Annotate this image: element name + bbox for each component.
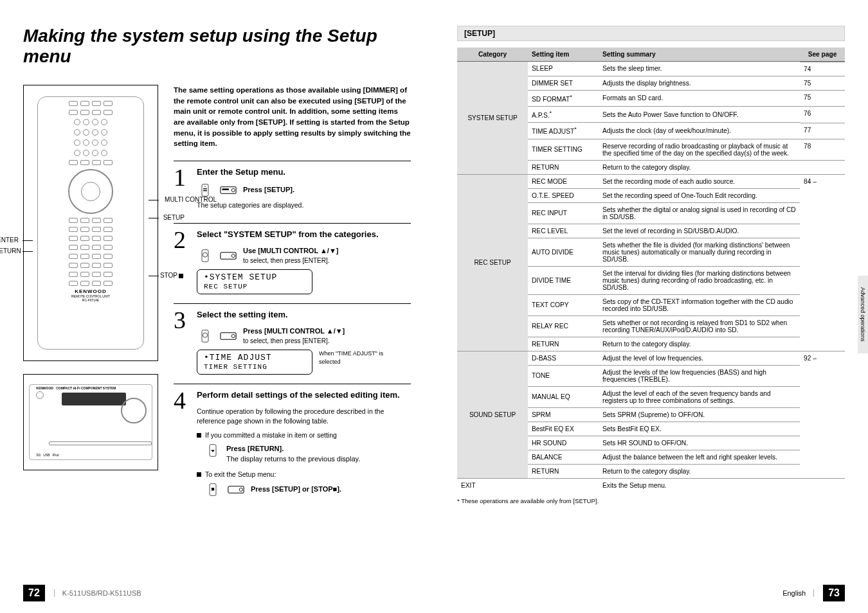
lcd-display: •SYSTEM SETUP REC SETUP [197, 269, 312, 294]
item-cell: A.P.S.* [528, 106, 599, 122]
asterisk-icon: * [550, 110, 552, 116]
summary-cell: Return to the category display. [599, 160, 800, 174]
step-title: Select the setting item. [197, 309, 411, 321]
step-3: 3 Select the setting item. Press [MULTI … [174, 303, 411, 375]
category-cell: REC SETUP [457, 174, 528, 351]
callout-multi-control: MULTI CONTROL [165, 196, 217, 203]
item-cell: MANUAL EQ [528, 386, 599, 407]
power-icon [36, 391, 44, 399]
svg-point-5 [231, 188, 235, 191]
press-setup-label: Press [SETUP]. [243, 185, 294, 195]
summary-cell: Sets SPRM (Supreme) to OFF/ON. [599, 407, 800, 422]
right-footer: English 73 [782, 585, 845, 601]
item-cell: RETURN [528, 337, 599, 351]
summary-cell: Set the recording speed of One-Touch Edi… [599, 188, 800, 202]
table-row: REC SETUPREC MODESet the recording mode … [457, 174, 845, 188]
svg-point-12 [203, 333, 207, 337]
asterisk-icon: * [574, 126, 577, 132]
callout-enter: ENTER [0, 236, 19, 244]
item-cell: AUTO DIVIDE [528, 238, 599, 266]
step-title: Select "SYSTEM SETUP" from the categorie… [197, 229, 411, 241]
summary-cell: Sets whether the file is divided (for ma… [599, 238, 800, 266]
item-cell: DIVIDE TIME [528, 266, 599, 294]
page-title: Making the system setup using the Setup … [23, 26, 411, 67]
page-cell: 84 – [800, 174, 845, 188]
item-cell: SPRM [528, 407, 599, 422]
summary-cell: Sets the sleep timer. [599, 62, 800, 76]
page-number: 73 [823, 585, 845, 601]
summary-cell: Adjusts the clock (day of week/hour/minu… [599, 123, 800, 139]
item-cell: BestFit EQ EX [528, 422, 599, 436]
th-page: See page [800, 48, 845, 62]
volume-knob-icon [121, 398, 147, 423]
item-cell: REC INPUT [528, 202, 599, 224]
item-cell: O.T.E. SPEED [528, 188, 599, 202]
summary-cell: Sets whether or not recording is relayed… [599, 315, 800, 337]
svg-rect-3 [203, 190, 207, 191]
table-row: SYSTEM SETUPSLEEPSets the sleep timer.74 [457, 62, 845, 76]
item-cell: BALANCE [528, 450, 599, 464]
asterisk-icon: * [570, 94, 572, 100]
page-cell: 78 [800, 139, 845, 153]
item-cell: REC LEVEL [528, 224, 599, 238]
summary-cell: Exits the Setup menu. [599, 478, 800, 492]
svg-rect-6 [222, 188, 228, 190]
step-number: 2 [174, 229, 192, 294]
svg-rect-2 [203, 188, 207, 189]
lcd-line2: REC SETUP [204, 283, 305, 291]
summary-cell: Sets BestFit EQ EX. [599, 422, 800, 436]
item-cell: TEXT COPY [528, 294, 599, 315]
svg-rect-18 [228, 486, 244, 493]
summary-cell: Sets the Auto Power Save function to ON/… [599, 106, 800, 122]
svg-point-1 [204, 186, 205, 186]
step-2: 2 Select "SYSTEM SETUP" from the categor… [174, 223, 411, 294]
remote-icon [204, 444, 221, 457]
remote-icon [197, 330, 213, 342]
summary-cell: Adjust the level of low frequencies. [599, 351, 800, 365]
lcd-line1: •TIME ADJUST [204, 353, 305, 363]
step-number: 4 [174, 389, 192, 500]
summary-cell: Reserve recording of radio broadcasting … [599, 139, 800, 160]
step-1: 1 Enter the Setup menu. Press [SETUP]. T… [174, 161, 411, 214]
step-number: 1 [174, 166, 192, 214]
summary-cell: Sets whether the digital or analog signa… [599, 202, 800, 224]
svg-point-19 [239, 488, 242, 491]
item-cell: TONE [528, 365, 599, 386]
th-summary: Setting summary [599, 48, 800, 62]
page-cell: 75 [800, 90, 845, 104]
item-cell: RELAY REC [528, 315, 599, 337]
press-return-label: Press [RETURN]. [226, 444, 411, 454]
left-footer: 72 K-511USB/RD-K511USB [23, 585, 141, 601]
summary-cell: Sets copy of the CD-TEXT information tog… [599, 294, 800, 315]
category-cell: EXIT [457, 478, 528, 492]
item-cell: RETURN [528, 160, 599, 174]
page-number: 72 [23, 585, 45, 601]
svg-rect-13 [221, 333, 236, 339]
callout-setup: SETUP [163, 214, 185, 221]
intro-text: The same setting operations as those ava… [174, 85, 411, 149]
unit-badges: SDUSBiPod [36, 453, 59, 457]
return-sub: The display returns to the previous disp… [226, 454, 411, 465]
left-page: Making the system setup using the Setup … [0, 0, 434, 613]
square-bullet-icon [197, 433, 201, 438]
unit-illustration: KENWOOD COMPACT Hi-Fi COMPONENT SYSTEM S… [23, 374, 158, 470]
unit-icon [220, 184, 237, 197]
th-item: Setting item [528, 48, 599, 62]
category-cell: SYSTEM SETUP [457, 62, 528, 175]
page-cell: 76 [800, 106, 845, 120]
step4-sub: Continue operation by following the proc… [197, 407, 411, 426]
item-cell: TIMER SETTING [528, 139, 599, 160]
item-cell: D-BASS [528, 351, 599, 365]
step-number: 3 [174, 309, 192, 375]
lcd-display: •TIME ADJUST TIMER SETTING [197, 350, 312, 375]
summary-cell: Return to the category display. [599, 464, 800, 478]
mistake-bullet: If you committed a mistake in item or se… [197, 431, 411, 440]
th-category: Category [457, 48, 528, 62]
svg-rect-9 [221, 253, 236, 259]
summary-cell: Return to the category display. [599, 337, 800, 351]
exit-bullet: To exit the Setup menu: [197, 470, 411, 479]
unit-brand: KENWOOD COMPACT Hi-Fi COMPONENT SYSTEM [36, 386, 116, 390]
step-title: Enter the Setup menu. [197, 166, 411, 179]
svg-point-14 [231, 335, 235, 338]
disc-slot-icon [49, 441, 152, 445]
